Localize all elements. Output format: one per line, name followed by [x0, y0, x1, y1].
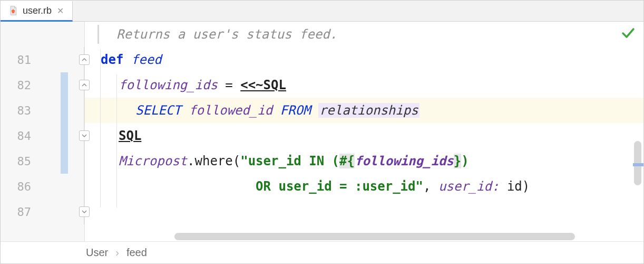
- minimap-marker[interactable]: [633, 163, 643, 166]
- method-name: feed: [131, 52, 162, 67]
- code-line[interactable]: Returns a user's status feed.: [85, 22, 643, 47]
- breadcrumb-item[interactable]: feed: [126, 247, 147, 259]
- fold-handle[interactable]: [79, 80, 90, 90]
- doc-bar: [97, 25, 99, 44]
- code-line[interactable]: def feed: [85, 47, 643, 72]
- tab-user-rb[interactable]: user.rb ✕: [1, 1, 73, 22]
- heredoc-open: <<~SQL: [240, 78, 286, 92]
- sql-keyword: FROM: [280, 103, 311, 118]
- horizontal-scrollbar[interactable]: [174, 233, 628, 241]
- vcs-change-marker[interactable]: [61, 148, 68, 174]
- gutter-row: 85: [1, 148, 84, 174]
- line-number: 87: [6, 205, 31, 219]
- heredoc-close: SQL: [119, 128, 141, 143]
- vcs-change-marker[interactable]: [61, 72, 68, 98]
- close-icon[interactable]: ✕: [56, 6, 65, 16]
- tab-bar: user.rb ✕: [1, 1, 643, 22]
- string: ): [461, 154, 469, 168]
- interp-open: #{: [339, 154, 355, 168]
- code-line[interactable]: [85, 199, 643, 224]
- fold-handle[interactable]: [79, 130, 90, 141]
- gutter: 81 82 83 84 85 86: [1, 22, 85, 241]
- doc-comment: Returns a user's status feed.: [116, 27, 337, 42]
- breadcrumb-item[interactable]: User: [86, 247, 108, 259]
- breadcrumb: User › feed: [1, 241, 643, 263]
- code-line[interactable]: following_ids = <<~SQL: [85, 72, 643, 98]
- line-number: 81: [6, 53, 31, 67]
- fold-handle[interactable]: [79, 54, 90, 65]
- gutter-row: 84: [1, 123, 84, 148]
- constant: Micropost: [119, 154, 187, 168]
- code-line[interactable]: Micropost.where("user_id IN (#{following…: [85, 148, 643, 174]
- vcs-change-marker[interactable]: [61, 98, 68, 123]
- interp-var: following_ids: [355, 154, 454, 168]
- method-call: .where(: [187, 154, 240, 168]
- gutter-row: 81: [1, 47, 84, 72]
- code-area[interactable]: Returns a user's status feed. def feed f…: [85, 22, 643, 241]
- vcs-change-marker[interactable]: [61, 123, 68, 148]
- interp-close: }: [454, 154, 461, 168]
- identifier: id: [507, 179, 522, 194]
- sql-column: followed_id: [189, 103, 272, 118]
- paren: ): [522, 179, 530, 194]
- local-var: following_ids: [119, 78, 218, 92]
- sql-keyword: SELECT: [135, 103, 181, 118]
- tab-label: user.rb: [23, 5, 52, 16]
- line-number: 84: [6, 129, 31, 143]
- gutter-row: 87: [1, 199, 84, 224]
- fold-handle[interactable]: [79, 206, 90, 217]
- ruby-file-icon: [8, 5, 18, 16]
- code-line[interactable]: SQL: [85, 123, 643, 148]
- operator: =: [218, 78, 240, 92]
- gutter-row: 82: [1, 72, 84, 98]
- comma: ,: [423, 179, 438, 194]
- string: OR user_id = :user_id": [119, 179, 423, 194]
- code-line-current[interactable]: SELECT followed_id FROM relationships: [85, 98, 643, 123]
- symbol-key: user_id:: [438, 179, 500, 194]
- line-number: 86: [6, 180, 31, 193]
- editor-right-track: [631, 22, 643, 241]
- line-number: 83: [6, 104, 31, 117]
- gutter-row: 86: [1, 174, 84, 199]
- keyword-def: def: [101, 52, 123, 67]
- sql-table: relationships: [318, 103, 419, 118]
- line-number: 82: [6, 79, 31, 92]
- gutter-row: 83: [1, 98, 84, 123]
- line-number: 85: [6, 155, 31, 168]
- gutter-row: [1, 22, 84, 47]
- string: "user_id IN (: [240, 154, 339, 168]
- code-line[interactable]: OR user_id = :user_id", user_id: id): [85, 174, 643, 199]
- chevron-right-icon: ›: [115, 247, 119, 259]
- horizontal-scrollbar-thumb[interactable]: [174, 233, 575, 240]
- editor-area: 81 82 83 84 85 86: [1, 22, 643, 241]
